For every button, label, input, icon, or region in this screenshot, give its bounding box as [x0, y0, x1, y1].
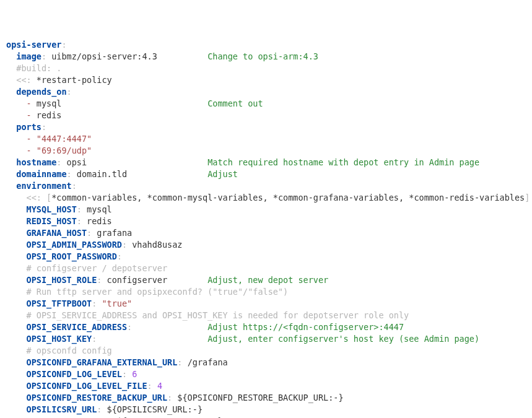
code-token: hostname — [16, 157, 56, 167]
code-token: : — [77, 216, 82, 226]
code-token: uibmz/opsi-server:4.3 — [46, 51, 157, 61]
code-line: opsi-server: — [6, 39, 526, 51]
code-token: [ — [46, 193, 51, 202]
code-token: - — [27, 134, 32, 144]
code-token: : — [41, 122, 46, 132]
code-line: OPSICONFD_LOG_LEVEL: 6 — [6, 368, 526, 380]
code-token: opsi-server — [6, 40, 61, 50]
code-token: /grafana — [183, 357, 228, 367]
annotation: Change to opsi-arm:4.3 — [157, 51, 318, 63]
code-line: MYSQL_HOST: mysql — [6, 204, 526, 216]
code-line: # OPSI_SERVICE_ADDRESS and OPSI_HOST_KEY… — [6, 310, 526, 321]
code-content: OPSILICSRV_URL: ${OPSILICSRV_URL:-} — [6, 404, 203, 416]
code-content: environment: — [6, 180, 77, 192]
code-token: : — [167, 393, 172, 403]
code-token: : — [41, 51, 46, 61]
code-content: OPSICONFD_GRAFANA_EXTERNAL_URL: /grafana — [6, 357, 228, 368]
code-token: 4 — [157, 381, 162, 391]
code-content: - redis — [6, 110, 61, 121]
code-token: : — [67, 87, 72, 97]
code-token: ports — [16, 122, 41, 132]
code-content: OPSI_SERVICE_ADDRESS: — [6, 321, 132, 333]
code-line: image: uibmz/opsi-server:4.3 Change to o… — [6, 51, 526, 63]
code-token: - — [27, 146, 32, 155]
code-line: - "69:69/udp" — [6, 145, 526, 157]
code-line: # configserver / depotserver — [6, 263, 526, 274]
code-token: depends_on — [16, 87, 66, 97]
code-token: 6 — [132, 369, 137, 379]
annotation: Adjust, enter configserver's host key (s… — [97, 333, 479, 345]
code-content: domainname: domain.tld — [6, 168, 127, 180]
code-line: - mysql Comment out — [6, 98, 526, 110]
code-token: redis — [32, 110, 62, 120]
annotation: Adjust — [127, 168, 238, 180]
code-token: # OPSI_SERVICE_ADDRESS and OPSI_HOST_KEY… — [27, 310, 409, 320]
code-content: OPSI_HOST_ROLE: configserver — [6, 274, 167, 286]
code-token: environment — [16, 181, 71, 191]
code-token: #build: . — [16, 63, 61, 73]
code-token: "true" — [102, 298, 132, 308]
code-token: ${OPSICONFD_RESTORE_BACKUP_URL:-} — [172, 393, 343, 403]
code-content: hostname: opsi — [6, 157, 87, 168]
code-token: REDIS_HOST — [27, 216, 77, 226]
code-token: mysql — [82, 204, 112, 214]
code-token: <<: — [27, 193, 41, 202]
code-token: : — [122, 369, 127, 379]
code-line: # Run tftp server and opsipxeconfd? ("tr… — [6, 286, 526, 298]
annotation: Adjust https://<fqdn-configserver>:4447 — [132, 321, 404, 333]
code-line: environment: — [6, 180, 526, 192]
code-token: redis — [82, 216, 112, 226]
code-token: "4447:4447" — [37, 134, 92, 144]
code-line: OPSI_HOST_KEY: Adjust, enter configserve… — [6, 333, 526, 345]
code-line: depends_on: — [6, 86, 526, 98]
code-token: mysql — [32, 98, 62, 108]
code-line: - redis — [6, 110, 526, 121]
code-content: # OPSI_SERVICE_ADDRESS and OPSI_HOST_KEY… — [6, 310, 409, 321]
code-content: REDIS_HOST: redis — [6, 216, 112, 227]
code-line: REDIS_HOST: redis — [6, 216, 526, 227]
code-line: OPSI_ROOT_PASSWORD: — [6, 251, 526, 263]
code-line: hostname: opsi Match required hostname w… — [6, 157, 526, 168]
code-token: configserver — [102, 275, 167, 285]
code-token: : — [72, 181, 77, 191]
code-content: # configserver / depotserver — [6, 263, 167, 274]
code-content: depends_on: — [6, 86, 72, 98]
code-token: : — [92, 334, 97, 344]
code-content: OPSICONFD_RESTORE_BACKUP_URL: ${OPSICONF… — [6, 392, 344, 404]
code-content: #build: . — [6, 63, 61, 74]
code-content: OPSI_HOST_KEY: — [6, 333, 97, 345]
code-token: ] — [525, 193, 530, 202]
code-line: #build: . — [6, 63, 526, 74]
code-token: <<: — [16, 75, 31, 85]
code-content: image: uibmz/opsi-server:4.3 — [6, 51, 157, 63]
code-content: GRAFANA_HOST: grafana — [6, 227, 132, 239]
code-token: # opsconfd config — [27, 346, 112, 355]
code-token: grafana — [92, 228, 132, 238]
annotation: Adjust, new depot server — [167, 274, 328, 286]
code-content: <<: *restart-policy — [6, 74, 112, 86]
code-line: OPSI_HOST_ROLE: configserver Adjust, new… — [6, 274, 526, 286]
code-token: *common-variables, *common-mysql-variabl… — [51, 193, 525, 202]
code-token: : — [77, 204, 82, 214]
code-content: - mysql — [6, 98, 61, 110]
code-token: OPSI_HOST_ROLE — [27, 275, 97, 285]
code-token: - — [27, 110, 32, 120]
code-token: "69:69/udp" — [37, 146, 92, 155]
code-line: ports: — [6, 121, 526, 133]
code-line: <<: [*common-variables, *common-mysql-va… — [6, 192, 526, 204]
code-token: OPSICONFD_LOG_LEVEL_FILE — [27, 381, 147, 391]
code-token: ${OPSILICSRV_URL:-} — [102, 404, 203, 414]
code-token — [152, 381, 157, 391]
code-token: OPSICONFD_RESTORE_BACKUP_URL — [27, 393, 168, 403]
code-token: : — [147, 381, 152, 391]
code-token — [41, 193, 46, 202]
annotation: Comment out — [61, 98, 263, 110]
code-token: domain.tld — [72, 169, 127, 179]
code-token: domainname — [16, 169, 66, 179]
code-token: GRAFANA_HOST — [27, 228, 87, 238]
code-content: opsi-server: — [6, 39, 67, 51]
code-line: domainname: domain.tld Adjust — [6, 168, 526, 180]
code-token: # Run tftp server and opsipxeconfd? ("tr… — [27, 287, 289, 297]
code-token: : — [177, 357, 182, 367]
code-token: OPSI_SERVICE_ADDRESS — [27, 322, 128, 332]
